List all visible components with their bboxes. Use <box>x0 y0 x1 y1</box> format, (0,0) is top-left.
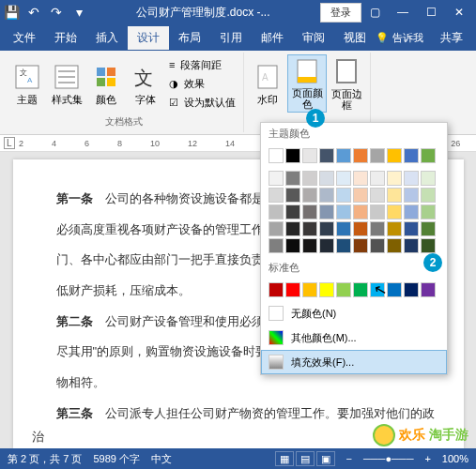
tell-me[interactable]: 💡告诉我 <box>376 31 423 45</box>
zoom-level[interactable]: 100% <box>442 453 468 464</box>
color-swatch[interactable] <box>353 171 368 186</box>
color-swatch[interactable] <box>285 238 300 253</box>
color-swatch[interactable] <box>302 221 317 236</box>
color-swatch[interactable] <box>353 204 368 219</box>
tab-references[interactable]: 引用 <box>210 26 252 50</box>
word-count[interactable]: 5989 个字 <box>93 452 140 466</box>
color-swatch[interactable] <box>404 171 419 186</box>
color-swatch[interactable] <box>302 204 317 219</box>
color-swatch[interactable] <box>285 204 300 219</box>
color-swatch[interactable] <box>336 148 351 163</box>
color-swatch[interactable] <box>336 238 351 253</box>
color-swatch[interactable] <box>269 171 284 186</box>
qat-dropdown-icon[interactable]: ▾ <box>71 5 86 20</box>
color-swatch[interactable] <box>269 221 284 236</box>
web-layout-button[interactable]: ▣ <box>316 451 335 466</box>
color-swatch[interactable] <box>302 171 317 186</box>
tab-home[interactable]: 开始 <box>45 26 86 50</box>
color-swatch[interactable] <box>387 148 402 163</box>
color-swatch[interactable] <box>387 188 402 203</box>
effects-button[interactable]: ◑效果 <box>169 75 236 92</box>
fonts-button[interactable]: 文 字体 <box>126 54 165 113</box>
color-swatch[interactable] <box>285 171 300 186</box>
minimize-button[interactable]: — <box>390 3 416 22</box>
color-swatch[interactable] <box>336 204 351 219</box>
color-swatch[interactable] <box>404 221 419 236</box>
color-swatch[interactable] <box>387 221 402 236</box>
color-swatch[interactable] <box>336 171 351 186</box>
color-swatch[interactable] <box>370 221 385 236</box>
color-swatch[interactable] <box>319 188 334 203</box>
fill-effects-item[interactable]: 填充效果(F)... <box>261 350 447 374</box>
tab-insert[interactable]: 插入 <box>86 26 128 50</box>
save-icon[interactable]: 💾 <box>4 5 19 20</box>
color-swatch[interactable] <box>319 148 334 163</box>
para-spacing-button[interactable]: ≡段落间距 <box>169 56 236 73</box>
page-borders-button[interactable]: 页面边框 <box>327 54 366 113</box>
set-default-button[interactable]: ☑设为默认值 <box>169 94 236 111</box>
color-swatch[interactable] <box>269 204 284 219</box>
color-swatch[interactable] <box>353 282 368 297</box>
page-indicator[interactable]: 第 2 页，共 7 页 <box>8 452 82 466</box>
color-swatch[interactable] <box>269 188 284 203</box>
zoom-out-button[interactable]: − <box>346 453 352 464</box>
ribbon-options-icon[interactable]: ▢ <box>361 3 388 22</box>
color-swatch[interactable] <box>387 204 402 219</box>
language-indicator[interactable]: 中文 <box>151 452 172 466</box>
share-button[interactable]: 共享 <box>431 26 472 50</box>
color-swatch[interactable] <box>421 204 436 219</box>
undo-icon[interactable]: ↶ <box>26 5 41 20</box>
color-swatch[interactable] <box>302 282 317 297</box>
color-swatch[interactable] <box>370 204 385 219</box>
color-swatch[interactable] <box>285 221 300 236</box>
color-swatch[interactable] <box>404 204 419 219</box>
login-button[interactable]: 登录 <box>320 3 361 23</box>
zoom-in-button[interactable]: + <box>424 453 430 464</box>
color-swatch[interactable] <box>319 282 334 297</box>
redo-icon[interactable]: ↷ <box>49 5 64 20</box>
tab-layout[interactable]: 布局 <box>169 26 210 50</box>
color-swatch[interactable] <box>421 282 436 297</box>
color-swatch[interactable] <box>404 238 419 253</box>
tab-design[interactable]: 设计 <box>128 26 169 50</box>
page-color-button[interactable]: 页面颜色 <box>287 54 327 113</box>
print-layout-button[interactable]: ▤ <box>296 451 315 466</box>
color-swatch[interactable] <box>421 171 436 186</box>
color-swatch[interactable] <box>336 188 351 203</box>
color-swatch[interactable] <box>421 221 436 236</box>
color-swatch[interactable] <box>319 171 334 186</box>
color-swatch[interactable] <box>336 282 351 297</box>
tab-file[interactable]: 文件 <box>4 26 45 50</box>
color-swatch[interactable] <box>302 238 317 253</box>
color-swatch[interactable] <box>302 148 317 163</box>
color-swatch[interactable] <box>370 171 385 186</box>
color-swatch[interactable] <box>319 221 334 236</box>
color-swatch[interactable] <box>387 238 402 253</box>
color-swatch[interactable] <box>269 282 284 297</box>
color-swatch[interactable] <box>319 238 334 253</box>
read-mode-button[interactable]: ▦ <box>275 451 294 466</box>
color-swatch[interactable] <box>353 148 368 163</box>
close-button[interactable]: ✕ <box>446 3 472 22</box>
color-swatch[interactable] <box>387 282 402 297</box>
themes-button[interactable]: 文A 主题 <box>8 54 47 113</box>
color-swatch[interactable] <box>421 148 436 163</box>
color-swatch[interactable] <box>421 188 436 203</box>
color-swatch[interactable] <box>285 282 300 297</box>
color-swatch[interactable] <box>336 221 351 236</box>
color-swatch[interactable] <box>370 188 385 203</box>
color-swatch[interactable] <box>421 238 436 253</box>
tab-mailings[interactable]: 邮件 <box>252 26 293 50</box>
color-swatch[interactable] <box>404 188 419 203</box>
color-swatch[interactable] <box>319 204 334 219</box>
color-swatch[interactable] <box>370 238 385 253</box>
color-swatch[interactable] <box>353 238 368 253</box>
colors-button[interactable]: 颜色 <box>86 54 126 113</box>
tab-review[interactable]: 审阅 <box>293 26 334 50</box>
watermark-button[interactable]: A 水印 <box>248 54 287 113</box>
color-swatch[interactable] <box>370 148 385 163</box>
color-swatch[interactable] <box>353 188 368 203</box>
tab-view[interactable]: 视图 <box>334 26 376 50</box>
color-swatch[interactable] <box>302 188 317 203</box>
color-swatch[interactable] <box>404 148 419 163</box>
